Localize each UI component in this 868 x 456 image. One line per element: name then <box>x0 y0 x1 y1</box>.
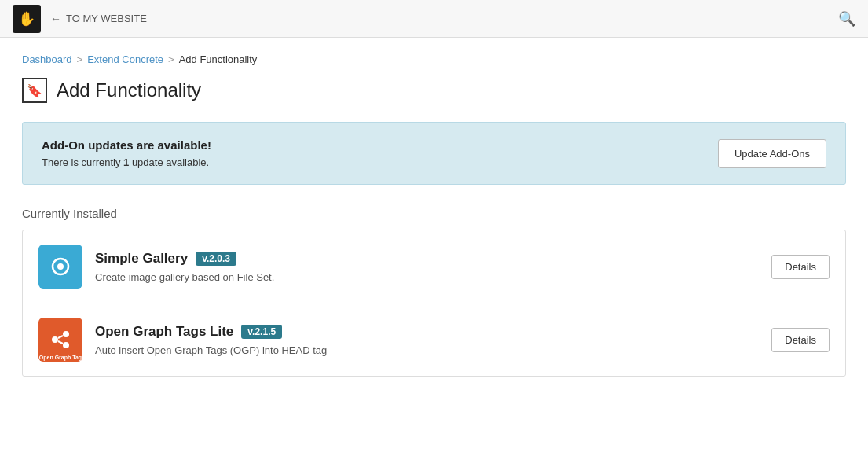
breadcrumb-dashboard[interactable]: Dashboard <box>22 53 72 65</box>
addon-icon-gallery <box>38 245 82 289</box>
alert-title: Add-On updates are available! <box>42 138 211 152</box>
addon-info-gallery: Simple Gallery v.2.0.3 Create image gall… <box>95 251 759 283</box>
addon-name-gallery: Simple Gallery <box>95 251 188 267</box>
alert-text: Add-On updates are available! There is c… <box>42 138 211 168</box>
addon-info-graph: Open Graph Tags Lite v.2.1.5 Auto insert… <box>95 324 759 356</box>
nav-left: ✋ ← TO MY WEBSITE <box>13 5 147 33</box>
breadcrumb-sep-2: > <box>168 53 174 65</box>
logo-icon: ✋ <box>18 10 35 28</box>
search-button[interactable]: 🔍 <box>838 10 855 28</box>
addon-update-alert: Add-On updates are available! There is c… <box>22 122 846 185</box>
bookmark-icon: 🔖 <box>22 78 47 103</box>
addon-title-row-gallery: Simple Gallery v.2.0.3 <box>95 251 759 267</box>
addon-icon-open-graph: Open Graph Tag <box>38 318 82 362</box>
svg-point-3 <box>63 331 69 337</box>
back-to-website-link[interactable]: ← TO MY WEBSITE <box>50 13 147 25</box>
open-graph-icon-label: Open Graph Tag <box>38 355 82 360</box>
alert-body-prefix: There is currently <box>42 156 123 168</box>
addon-desc-gallery: Create image gallery based on File Set. <box>95 271 759 283</box>
addon-item-simple-gallery: Simple Gallery v.2.0.3 Create image gall… <box>23 230 845 303</box>
update-addons-button[interactable]: Update Add-Ons <box>718 139 826 168</box>
version-badge-graph: v.2.1.5 <box>241 325 282 339</box>
breadcrumb: Dashboard > Extend Concrete > Add Functi… <box>22 53 846 65</box>
top-nav: ✋ ← TO MY WEBSITE 🔍 <box>0 0 868 38</box>
svg-line-6 <box>58 341 63 344</box>
alert-body: There is currently 1 update available. <box>42 156 211 168</box>
breadcrumb-extend-concrete[interactable]: Extend Concrete <box>87 53 163 65</box>
addon-name-graph: Open Graph Tags Lite <box>95 324 233 340</box>
breadcrumb-current: Add Functionality <box>179 53 258 65</box>
currently-installed-section-title: Currently Installed <box>22 207 846 220</box>
svg-point-1 <box>57 263 64 270</box>
addon-title-row-graph: Open Graph Tags Lite v.2.1.5 <box>95 324 759 340</box>
addon-list: Simple Gallery v.2.0.3 Create image gall… <box>22 230 846 377</box>
version-badge-gallery: v.2.0.3 <box>196 252 236 266</box>
addon-item-open-graph: Open Graph Tag Open Graph Tags Lite v.2.… <box>23 303 845 376</box>
alert-body-suffix: update available. <box>129 156 209 168</box>
back-link-label: TO MY WEBSITE <box>66 13 147 24</box>
main-content: Dashboard > Extend Concrete > Add Functi… <box>0 38 868 392</box>
breadcrumb-sep-1: > <box>77 53 83 65</box>
addon-desc-graph: Auto insert Open Graph Tags (OGP) into H… <box>95 344 759 356</box>
details-button-graph[interactable]: Details <box>771 328 830 352</box>
svg-point-2 <box>52 336 58 343</box>
logo-box: ✋ <box>13 5 41 33</box>
svg-point-4 <box>63 342 69 348</box>
search-icon: 🔍 <box>838 11 855 27</box>
page-title-row: 🔖 Add Functionality <box>22 78 846 103</box>
back-arrow-icon: ← <box>50 13 61 25</box>
details-button-gallery[interactable]: Details <box>771 255 830 279</box>
svg-line-5 <box>58 336 63 338</box>
page-title: Add Functionality <box>57 79 201 101</box>
